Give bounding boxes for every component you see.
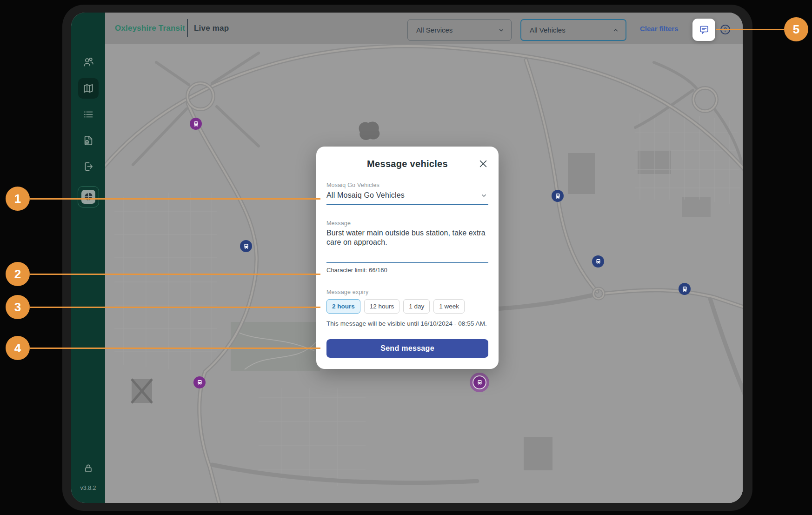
lock-icon	[82, 462, 94, 475]
callout-line-3	[30, 307, 320, 308]
expiry-option-2-hours[interactable]: 2 hours	[326, 299, 360, 314]
chevron-down-icon	[480, 192, 487, 199]
message-expiry-field: Message expiry 2 hours12 hours1 day1 wee…	[326, 289, 488, 327]
expiry-note: This message will be visible until 16/10…	[326, 320, 488, 327]
vehicles-filter-value: All Vehicles	[530, 26, 566, 34]
topbar: Oxleyshire Transit Live map All Services…	[105, 13, 743, 44]
vehicle-select[interactable]: All Mosaiq Go Vehicles	[326, 188, 488, 205]
sidebar-item-list[interactable]	[82, 108, 94, 120]
callout-badge-1: 1	[6, 187, 30, 211]
callout-badge-2: 2	[6, 262, 30, 286]
file-plus-icon	[82, 134, 94, 147]
sidebar-item-logout[interactable]	[82, 161, 94, 173]
app-window-frame: v3.8.2 Oxleyshire Transit Live map All S…	[62, 5, 752, 511]
bus-icon	[552, 190, 564, 202]
message-vehicles-modal: Message vehicles Mosaiq Go Vehicles All …	[316, 147, 499, 369]
logout-icon	[82, 161, 94, 173]
callout-line-2	[30, 274, 320, 275]
message-underline	[326, 262, 488, 263]
callout-badge-5: 5	[784, 17, 808, 41]
sidebar-item-live-map[interactable]	[82, 82, 94, 94]
callout-badge-4: 4	[6, 336, 30, 360]
callout-line-5	[716, 29, 784, 30]
close-icon[interactable]	[478, 159, 488, 169]
sidebar-item-lock[interactable]	[82, 462, 94, 475]
bus-icon	[193, 376, 206, 388]
chevron-down-icon	[498, 27, 505, 33]
sidebar: v3.8.2	[71, 13, 105, 503]
app-window: v3.8.2 Oxleyshire Transit Live map All S…	[71, 13, 743, 503]
mosaiq-app-icon	[81, 190, 95, 204]
services-filter-dropdown[interactable]: All Services	[407, 19, 512, 41]
bus-icon	[190, 118, 202, 130]
message-label: Message	[326, 220, 488, 227]
message-textarea[interactable]: Burst water main outside bus station, ta…	[326, 228, 488, 262]
bus-icon	[679, 283, 691, 295]
chat-message-icon	[699, 24, 710, 35]
page-title: Live map	[194, 24, 229, 33]
callout-badge-3: 3	[6, 295, 30, 319]
character-limit: Character limit: 66/160	[326, 267, 488, 274]
message-expiry-label: Message expiry	[326, 289, 488, 295]
breadcrumb-divider	[187, 19, 188, 37]
callout-line-4	[30, 348, 320, 349]
callout-line-1	[30, 198, 320, 200]
vehicles-filter-dropdown[interactable]: All Vehicles	[520, 19, 626, 41]
chevron-up-icon	[612, 27, 619, 33]
modal-title: Message vehicles	[316, 159, 499, 169]
stage: v3.8.2 Oxleyshire Transit Live map All S…	[0, 0, 812, 515]
bus-icon	[240, 240, 252, 252]
clear-filters-link[interactable]: Clear filters	[640, 24, 679, 32]
brand-name: Oxleyshire Transit	[115, 24, 185, 33]
map-icon	[82, 82, 94, 94]
list-icon	[82, 108, 94, 120]
message-field: Message Burst water main outside bus sta…	[326, 220, 488, 274]
bus-icon	[592, 255, 604, 268]
sidebar-item-app-switcher[interactable]	[78, 186, 99, 207]
vehicle-select-value: All Mosaiq Go Vehicles	[326, 191, 405, 200]
expiry-option-1-week[interactable]: 1 week	[433, 299, 465, 314]
expiry-option-1-day[interactable]: 1 day	[403, 299, 430, 314]
sidebar-item-users[interactable]	[82, 56, 94, 68]
expiry-option-12-hours[interactable]: 12 hours	[364, 299, 400, 314]
vehicle-select-field: Mosaiq Go Vehicles All Mosaiq Go Vehicle…	[326, 182, 488, 205]
sidebar-item-reports[interactable]	[82, 134, 94, 147]
users-icon	[82, 56, 94, 68]
app-logo-icon	[80, 25, 96, 40]
bus-icon	[473, 376, 486, 388]
app-version: v3.8.2	[71, 485, 105, 491]
expiry-options: 2 hours12 hours1 day1 week	[326, 299, 488, 314]
services-filter-value: All Services	[416, 26, 453, 34]
message-vehicles-button[interactable]	[692, 19, 715, 41]
send-message-button[interactable]: Send message	[326, 339, 488, 358]
vehicle-select-label: Mosaiq Go Vehicles	[326, 182, 488, 188]
